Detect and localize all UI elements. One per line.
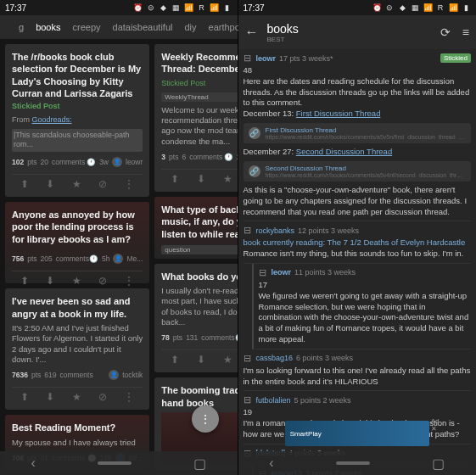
save-icon[interactable]: ★	[72, 391, 81, 403]
discussion-link[interactable]: Second Discussion Thread	[296, 147, 392, 156]
goodreads-link[interactable]: Goodreads:	[32, 115, 72, 124]
upvote-icon[interactable]: ⬆	[20, 391, 29, 403]
hide-icon[interactable]: ⊘	[98, 275, 107, 287]
post-card[interactable]: The /r/books book club selection for Dec…	[5, 44, 149, 197]
comment-user[interactable]: leowr	[272, 268, 292, 277]
nav-recent-icon[interactable]: ▢	[432, 455, 445, 472]
downvote-icon[interactable]: ⬇	[46, 275, 54, 287]
comment-body: We figured we weren't going to get away …	[259, 291, 472, 345]
downvote-icon[interactable]: ⬇	[46, 391, 54, 403]
roaming-text: R	[435, 3, 445, 13]
nav-home-pill[interactable]	[98, 461, 132, 465]
downvote-icon[interactable]: ⬇	[197, 173, 205, 185]
phone-right: 17:37 ⏰ ⊝ ◆ ▦ 📶 R 📶 ▮ ← books BEST ⟳ ≡ ⊟…	[238, 0, 477, 475]
nav-recent-icon[interactable]: ▢	[193, 455, 206, 472]
comment-user[interactable]: cassbag16	[256, 354, 294, 362]
post-card[interactable]: What books do you reread? I usually don'…	[154, 264, 237, 373]
sort-icon[interactable]: ≡	[462, 25, 469, 39]
comment[interactable]: ⊟rockybanks12 points 3 weeks book curren…	[244, 221, 472, 264]
post-card[interactable]: What type of background music, if any, d…	[154, 197, 237, 259]
feed-column-right: Weekly Recommendation Thread: December 2…	[154, 44, 237, 470]
nav-bar: ‹ ▢	[0, 451, 238, 475]
ad-banner[interactable]: SmartPlay Ad ✕	[285, 421, 429, 446]
clock-icon: 🕐	[235, 333, 238, 342]
flair-tag: WeeklyThread	[161, 92, 237, 102]
comment-body: Romance isn't my thing, but this sounds …	[244, 249, 472, 260]
comment-votes: 48	[244, 65, 472, 76]
tab-g[interactable]: g	[19, 22, 24, 32]
tab-dataisbeautiful[interactable]: dataisbeautiful	[113, 22, 173, 32]
post-card[interactable]: I've never been so sad and angry at a bo…	[5, 288, 149, 410]
stickied-label: Stickied Post	[12, 102, 60, 110]
comment[interactable]: ⊟leowr17 pts 3 weeks*Stickied 48 Here ar…	[244, 49, 472, 221]
stickied-badge: Stickied	[440, 53, 471, 63]
nav-home-pill[interactable]	[336, 461, 370, 465]
post-body: Welcome to our weekly recommendation thr…	[161, 105, 237, 147]
hide-icon[interactable]: ⊘	[98, 391, 107, 403]
back-arrow-icon[interactable]: ←	[245, 25, 259, 40]
downvote-icon[interactable]: ⬇	[46, 178, 54, 190]
post-title: The /r/books book club selection for Dec…	[12, 51, 143, 112]
post-actions: ⬆⬇★⊘⋮	[12, 271, 143, 287]
hide-icon[interactable]: ⊘	[98, 178, 107, 190]
nav-back-icon[interactable]: ‹	[269, 455, 273, 471]
tab-books[interactable]: books	[36, 22, 60, 32]
collapse-icon[interactable]: ⊟	[244, 353, 251, 364]
collapse-icon[interactable]: ⊟	[259, 267, 266, 278]
link-icon: 🔗	[249, 127, 260, 139]
post-footer: 102pts 20 comments 🕐3w👤leowr	[12, 157, 143, 167]
link-preview[interactable]: 🔗Second Discussion Threadhttps://www.red…	[244, 161, 472, 182]
flair-tag: question	[161, 245, 237, 254]
sort-label[interactable]: BEST	[267, 36, 432, 43]
more-icon[interactable]: ⋮	[124, 391, 134, 403]
upvote-icon[interactable]: ⬆	[171, 173, 179, 185]
roaming-text: R	[197, 3, 207, 13]
downvote-icon[interactable]: ⬇	[197, 354, 205, 366]
signal2-icon: 📶	[448, 3, 458, 13]
save-icon[interactable]: ★	[223, 354, 232, 366]
refresh-icon[interactable]: ⟳	[440, 25, 451, 39]
fab-button[interactable]: ⋮	[192, 405, 219, 433]
post-card[interactable]: Anyone as annoyed by how poor the lendin…	[5, 202, 149, 283]
upvote-icon[interactable]: ⬆	[171, 354, 179, 366]
save-icon[interactable]: ★	[223, 173, 232, 185]
comments-list[interactable]: ⊟leowr17 pts 3 weeks*Stickied 48 Here ar…	[238, 49, 477, 475]
post-footer: 7636pts 619 comments 👤tocktik	[12, 370, 143, 380]
collapse-icon[interactable]: ⊟	[244, 53, 251, 64]
post-quote: |This scandalous chooseable-path rom...	[12, 129, 143, 152]
save-icon[interactable]: ★	[72, 178, 81, 190]
comment-user[interactable]: futbolalien	[256, 396, 291, 405]
post-body: It's 2:50 AM and I've just finished Flow…	[12, 323, 143, 365]
comment-user[interactable]: rockybanks	[256, 226, 295, 235]
post-title: What type of background music, if any, d…	[161, 204, 237, 240]
comment-user[interactable]: leowr	[256, 54, 277, 63]
battery-icon: ▮	[222, 3, 232, 13]
user-flair: book currently reading: The 7 1/2 Deaths…	[244, 238, 472, 249]
comment-meta: 5 points 2 weeks	[294, 396, 351, 405]
more-icon[interactable]: ⋮	[124, 178, 134, 190]
nav-back-icon[interactable]: ‹	[31, 455, 36, 471]
more-icon[interactable]: ⋮	[124, 275, 134, 287]
collapse-icon[interactable]: ⊟	[244, 394, 251, 405]
upvote-icon[interactable]: ⬆	[20, 275, 29, 287]
post-actions: ⬆⬇★⊘⋮	[161, 169, 237, 185]
nav-bar: ‹ ▢	[238, 451, 477, 475]
comment[interactable]: ⊟leowr11 points 3 weeks 17 We figured we…	[252, 264, 472, 349]
subreddit-tabbar[interactable]: g books creepy dataisbeautiful diy earth…	[0, 15, 238, 39]
thread-header: ← books BEST ⟳ ≡	[238, 15, 477, 49]
dnd-icon: ⊝	[146, 3, 156, 13]
comment-meta: 6 points 3 weeks	[296, 354, 353, 362]
post-card[interactable]: Weekly Recommendation Thread: December 2…	[154, 44, 237, 192]
tab-diy[interactable]: diy	[184, 22, 196, 32]
ad-close-icon[interactable]: Ad ✕	[431, 420, 441, 430]
comment[interactable]: ⊟cassbag166 points 3 weeks I'm so lookin…	[244, 349, 472, 392]
tab-creepy[interactable]: creepy	[72, 22, 100, 32]
save-icon[interactable]: ★	[72, 275, 81, 287]
post-title: I've never been so sad and angry at a bo…	[12, 295, 143, 320]
upvote-icon[interactable]: ⬆	[20, 178, 29, 190]
link-preview[interactable]: 🔗First Discussion Threadhttps://www.redd…	[244, 123, 472, 143]
status-time: 17:37	[5, 3, 26, 13]
discussion-link[interactable]: First Discussion Thread	[296, 109, 381, 118]
clock-icon: 🕐	[224, 153, 233, 161]
collapse-icon[interactable]: ⊟	[244, 225, 251, 236]
